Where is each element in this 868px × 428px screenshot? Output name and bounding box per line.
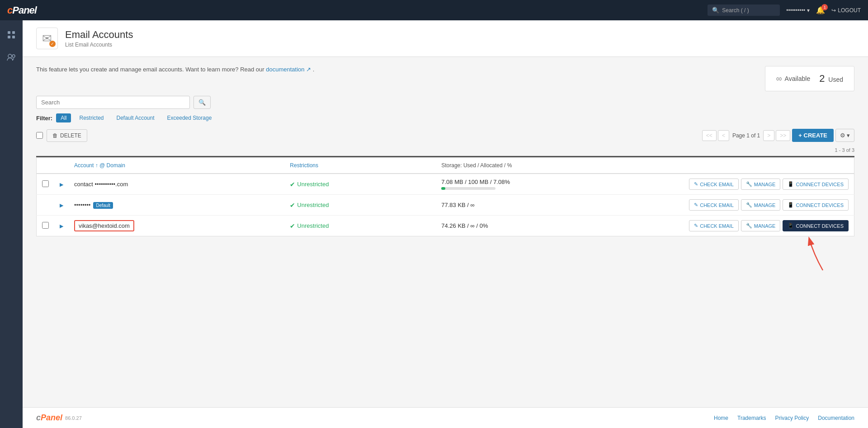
col-restrictions[interactable]: Restrictions: [284, 158, 436, 174]
sidebar-item-grid[interactable]: [2, 26, 20, 44]
filter-default-account[interactable]: Default Account: [112, 113, 159, 122]
stats-available: ∞ Available: [776, 74, 810, 84]
storage-cell: 74.26 KB / ∞ / 0%: [436, 216, 684, 236]
email-account: contact ••••••••••.com: [74, 181, 128, 188]
logout-button[interactable]: ↪ LOGOUT: [831, 7, 861, 14]
check-email-button[interactable]: ✎ CHECK EMAIL: [689, 220, 739, 231]
device-icon: 📱: [788, 181, 794, 187]
email-table-body: ▶contact ••••••••••.com✔ Unrestricted7.0…: [37, 174, 854, 236]
action-buttons: ✎ CHECK EMAIL🔧 MANAGE📱 CONNECT DEVICES: [689, 179, 849, 190]
action-cell: ✎ CHECK EMAIL🔧 MANAGE📱 CONNECT DEVICES: [684, 195, 854, 216]
restriction-status: ✔ Unrestricted: [290, 202, 430, 209]
table-row: ▶vikas@hextoid.com✔ Unrestricted74.26 KB…: [37, 216, 854, 236]
action-buttons: ✎ CHECK EMAIL🔧 MANAGE📱 CONNECT DEVICES: [689, 220, 849, 231]
check-email-button[interactable]: ✎ CHECK EMAIL: [689, 179, 739, 190]
footer-logo-text: cPanel: [36, 413, 62, 423]
footer-link-home[interactable]: Home: [714, 415, 728, 421]
next-page-button[interactable]: >: [763, 130, 774, 141]
footer-link-documentation[interactable]: Documentation: [818, 415, 854, 421]
svg-rect-2: [8, 36, 10, 38]
search-button[interactable]: 🔍: [193, 96, 211, 109]
email-account-highlighted: vikas@hextoid.com: [74, 220, 134, 231]
connect-devices-button[interactable]: 📱 CONNECT DEVICES: [783, 179, 849, 190]
footer: cPanel 86.0.27 Home Trademarks Privacy P…: [23, 407, 868, 428]
filter-exceeded-storage[interactable]: Exceeded Storage: [163, 113, 217, 122]
gear-button[interactable]: ⚙ ▾: [835, 129, 854, 142]
topnav-right: 🔍 Search ( / ) •••••••••• ▾ 🔔 1 ↪ LOGOUT: [708, 5, 861, 16]
stats-box: ∞ Available 2 Used: [765, 66, 854, 91]
check-icon: ✔: [290, 222, 295, 230]
connect-devices-button[interactable]: 📱 CONNECT DEVICES: [783, 220, 849, 231]
search-input[interactable]: [36, 96, 190, 109]
action-cell: ✎ CHECK EMAIL🔧 MANAGE📱 CONNECT DEVICES: [684, 174, 854, 195]
page-title: Email Accounts: [65, 29, 133, 41]
page-title-block: Email Accounts List Email Accounts: [65, 29, 133, 48]
nav-user[interactable]: •••••••••• ▾: [786, 7, 810, 14]
svg-rect-0: [8, 31, 10, 34]
check-email-icon: ✎: [694, 223, 698, 229]
action-buttons: ✎ CHECK EMAIL🔧 MANAGE📱 CONNECT DEVICES: [689, 199, 849, 211]
annotation-container: [36, 236, 854, 273]
info-text: This feature lets you create and manage …: [36, 66, 854, 73]
last-page-button[interactable]: >>: [776, 130, 790, 141]
col-storage: Storage: Used / Allocated / %: [436, 158, 684, 174]
svg-rect-3: [12, 36, 15, 38]
search-row: 🔍: [36, 96, 854, 109]
row-checkbox[interactable]: [42, 180, 49, 187]
expand-arrow[interactable]: ▶: [60, 182, 63, 187]
delete-button[interactable]: 🗑 DELETE: [47, 129, 87, 142]
content-area: ∞ Available 2 Used This feature lets you…: [23, 57, 868, 407]
topnav: cPanel 🔍 Search ( / ) •••••••••• ▾ 🔔 1 ↪…: [0, 0, 868, 20]
manage-button[interactable]: 🔧 MANAGE: [741, 220, 781, 231]
table-row: ▶contact ••••••••••.com✔ Unrestricted7.0…: [37, 174, 854, 195]
create-button[interactable]: + CREATE: [792, 129, 834, 142]
prev-page-button[interactable]: <: [718, 130, 729, 141]
bell-badge: 1: [821, 4, 828, 10]
svg-point-5: [12, 55, 15, 57]
table-wrapper: Account ↑ @ Domain Restrictions Storage:…: [36, 156, 854, 236]
restriction-status: ✔ Unrestricted: [290, 181, 430, 188]
check-email-icon: ✎: [694, 181, 698, 187]
sidebar-item-users[interactable]: [2, 48, 20, 66]
row-checkbox[interactable]: [42, 222, 49, 229]
wrench-icon: 🔧: [746, 181, 752, 187]
filter-label: Filter:: [36, 115, 52, 122]
page-icon: ✉ ✓: [36, 28, 58, 49]
nav-bell[interactable]: 🔔 1: [816, 6, 825, 14]
email-account: ••••••••: [74, 202, 90, 208]
topnav-left: cPanel: [7, 5, 37, 16]
footer-link-trademarks[interactable]: Trademarks: [737, 415, 766, 421]
expand-arrow[interactable]: ▶: [60, 202, 63, 208]
infinity-icon: ∞: [776, 74, 782, 84]
footer-link-privacy[interactable]: Privacy Policy: [775, 415, 809, 421]
filter-restricted[interactable]: Restricted: [75, 113, 108, 122]
main-content: ✉ ✓ Email Accounts List Email Accounts ∞…: [23, 20, 868, 428]
stats-used: 2 Used: [819, 73, 843, 85]
device-icon: 📱: [788, 202, 794, 208]
footer-logo: cPanel 86.0.27: [36, 413, 82, 423]
first-page-button[interactable]: <<: [702, 130, 717, 141]
select-all-checkbox[interactable]: [36, 132, 43, 139]
trash-icon: 🗑: [52, 132, 58, 139]
connect-devices-button[interactable]: 📱 CONNECT DEVICES: [783, 199, 849, 211]
storage-text: 77.83 KB / ∞: [441, 202, 678, 208]
col-account[interactable]: Account ↑ @ Domain: [69, 158, 284, 174]
search-icon: 🔍: [712, 7, 719, 14]
cpanel-logo: cPanel: [7, 5, 37, 16]
storage-text: 74.26 KB / ∞ / 0%: [441, 222, 678, 229]
storage-cell: 7.08 MB / 100 MB / 7.08%: [436, 174, 684, 195]
logout-icon: ↪: [831, 7, 836, 14]
table-row: ▶••••••••Default✔ Unrestricted77.83 KB /…: [37, 195, 854, 216]
action-cell: ✎ CHECK EMAIL🔧 MANAGE📱 CONNECT DEVICES: [684, 216, 854, 236]
storage-text: 7.08 MB / 100 MB / 7.08%: [441, 179, 678, 185]
check-icon: ✔: [290, 202, 295, 209]
page-icon-badge: ✓: [49, 41, 56, 47]
documentation-link[interactable]: documentation ↗: [266, 66, 313, 73]
filter-all[interactable]: All: [56, 113, 71, 122]
search-placeholder: Search ( / ): [722, 7, 749, 14]
manage-button[interactable]: 🔧 MANAGE: [741, 179, 781, 190]
manage-button[interactable]: 🔧 MANAGE: [741, 199, 781, 211]
topnav-search[interactable]: 🔍 Search ( / ): [708, 5, 780, 16]
expand-arrow[interactable]: ▶: [60, 223, 63, 229]
check-email-button[interactable]: ✎ CHECK EMAIL: [689, 199, 739, 211]
